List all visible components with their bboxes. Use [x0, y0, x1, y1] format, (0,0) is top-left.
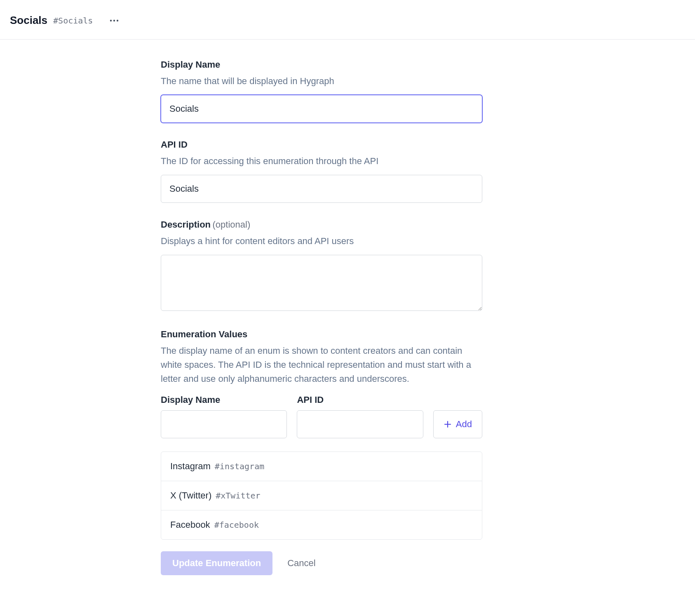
enum-value-api: #facebook	[214, 520, 259, 530]
label-enum-values: Enumeration Values	[161, 329, 482, 340]
plus-icon	[444, 420, 452, 428]
form-actions: Update Enumeration Cancel	[161, 551, 482, 575]
col-label-display-name: Display Name	[161, 395, 287, 405]
field-display-name: Display Name The name that will be displ…	[161, 59, 482, 123]
field-api-id: API ID The ID for accessing this enumera…	[161, 139, 482, 203]
label-display-name: Display Name	[161, 59, 482, 70]
input-enum-api-id[interactable]	[297, 410, 423, 438]
enum-row[interactable]: Facebook #facebook	[161, 510, 482, 539]
label-api-id: API ID	[161, 139, 482, 150]
label-description-optional: (optional)	[212, 219, 250, 230]
svg-point-1	[113, 19, 115, 21]
svg-point-2	[117, 19, 118, 21]
add-button-label: Add	[456, 419, 472, 430]
enum-values-list: Instagram #instagram X (Twitter) #xTwitt…	[161, 451, 482, 540]
hint-display-name: The name that will be displayed in Hygra…	[161, 74, 482, 88]
enum-value-name: Facebook	[170, 520, 210, 530]
add-enum-value-button[interactable]: Add	[433, 410, 482, 438]
textarea-description[interactable]	[161, 255, 482, 311]
label-description: Description	[161, 219, 211, 230]
update-enumeration-button[interactable]: Update Enumeration	[161, 551, 272, 575]
page-header: Socials #Socials	[0, 0, 695, 40]
field-description: Description (optional) Displays a hint f…	[161, 219, 482, 313]
enum-value-name: X (Twitter)	[170, 490, 211, 501]
input-enum-display-name[interactable]	[161, 410, 287, 438]
input-display-name[interactable]	[161, 95, 482, 123]
enum-row[interactable]: Instagram #instagram	[161, 452, 482, 481]
enum-value-api: #instagram	[215, 461, 264, 471]
page-hash: #Socials	[53, 16, 93, 26]
enum-value-api: #xTwitter	[216, 491, 260, 501]
hint-api-id: The ID for accessing this enumeration th…	[161, 154, 482, 168]
enum-value-name: Instagram	[170, 461, 211, 472]
cancel-button[interactable]: Cancel	[286, 555, 317, 572]
hint-enum-values: The display name of an enum is shown to …	[161, 344, 482, 386]
field-enum-values: Enumeration Values The display name of a…	[161, 329, 482, 575]
svg-point-0	[110, 19, 112, 21]
more-horizontal-icon	[110, 19, 119, 22]
hint-description: Displays a hint for content editors and …	[161, 234, 482, 248]
enumeration-form: Display Name The name that will be displ…	[0, 40, 482, 575]
input-api-id[interactable]	[161, 175, 482, 203]
more-actions-button[interactable]	[108, 15, 120, 26]
col-label-api-id: API ID	[297, 395, 423, 405]
enum-col-api: API ID	[297, 395, 423, 438]
enum-col-display: Display Name	[161, 395, 287, 438]
page-title: Socials	[10, 14, 47, 27]
enum-add-row: Display Name API ID Add	[161, 395, 482, 438]
enum-row[interactable]: X (Twitter) #xTwitter	[161, 481, 482, 510]
